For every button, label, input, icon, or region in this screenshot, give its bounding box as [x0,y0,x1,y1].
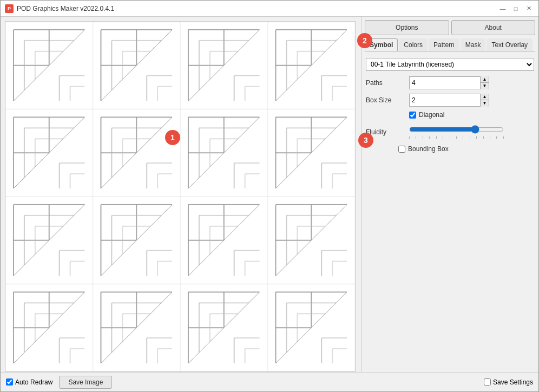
canvas-area: 1 [1,17,361,372]
badge-1: 1 [165,130,180,145]
close-button[interactable]: ✕ [523,4,534,13]
tick [429,136,430,139]
fluidity-slider-wrapper [409,125,504,139]
box-size-row: Box Size ▲ ▼ [366,94,534,107]
tick [416,136,416,139]
box-size-label: Box Size [366,96,409,104]
bounding-box-label[interactable]: Bounding Box [408,145,449,153]
app-window: P POD Graphics Maker v2022.0.4.1 — □ ✕ [0,0,539,392]
title-bar-left: P POD Graphics Maker v2022.0.4.1 [5,4,114,13]
tick [490,136,490,139]
paths-input[interactable] [410,77,480,89]
diagonal-label[interactable]: Diagonal [419,111,444,119]
pattern-canvas [5,22,355,371]
paths-row: Paths ▲ ▼ [366,76,534,89]
tick [436,136,437,139]
fluidity-row: Fluidity [366,125,534,139]
diagonal-checkbox[interactable] [409,112,416,119]
canvas-container: 1 [5,21,356,372]
title-bar: P POD Graphics Maker v2022.0.4.1 — □ ✕ [1,1,538,17]
auto-redraw-label[interactable]: Auto Redraw [15,378,52,386]
main-content: 1 Options About Symbol Colors [1,17,538,372]
badge-3: 3 [358,133,373,148]
tabs: Symbol Colors Pattern Mask Text Overlay [365,38,535,51]
tick [483,136,484,139]
box-size-up-button[interactable]: ▲ [480,94,489,100]
tab-text-overlay[interactable]: Text Overlay [487,38,533,51]
tick [423,136,423,139]
tab-mask[interactable]: Mask [461,38,486,51]
tick [409,136,410,139]
svg-rect-26 [5,22,355,371]
pattern-dropdown-row: 00-1 Tile Labyrinth (licensed) [366,58,534,71]
box-size-spinner-buttons: ▲ ▼ [480,94,489,107]
save-settings-checkbox[interactable] [484,378,491,386]
paths-spinner: ▲ ▼ [409,76,489,89]
maximize-button[interactable]: □ [510,4,521,13]
bounding-box-row: Bounding Box [366,145,534,153]
box-size-down-button[interactable]: ▼ [480,100,489,107]
fluidity-section: Fluidity [366,125,534,139]
fluidity-slider[interactable] [409,125,504,134]
tick [443,136,443,139]
box-size-input[interactable] [410,94,480,106]
diagonal-row: Diagonal [366,111,534,119]
save-image-button[interactable]: Save Image [59,376,112,389]
box-size-spinner: ▲ ▼ [409,94,489,107]
auto-redraw-checkbox[interactable] [6,378,13,386]
app-icon: P [5,4,14,13]
symbol-panel: 00-1 Tile Labyrinth (licensed) Paths ▲ ▼ [365,56,535,369]
tick [503,136,504,139]
tick [470,136,470,139]
save-settings-label[interactable]: Save Settings [493,378,533,386]
paths-up-button[interactable]: ▲ [480,76,489,83]
tick [463,136,463,139]
paths-down-button[interactable]: ▼ [480,83,489,89]
tick [476,136,477,139]
tab-pattern[interactable]: Pattern [429,38,459,51]
badge-2: 2 [357,33,372,48]
window-title: POD Graphics Maker v2022.0.4.1 [17,5,114,12]
auto-redraw-container: Auto Redraw [6,378,52,386]
window-controls: — □ ✕ [497,4,534,13]
tab-colors[interactable]: Colors [399,38,428,51]
minimize-button[interactable]: — [497,4,508,13]
options-button[interactable]: Options [365,20,449,35]
paths-label: Paths [366,79,409,87]
about-button[interactable]: About [451,20,536,35]
fluidity-label: Fluidity [366,128,409,136]
pattern-dropdown[interactable]: 00-1 Tile Labyrinth (licensed) [366,58,534,71]
save-settings-container: Save Settings [484,378,533,386]
paths-spinner-buttons: ▲ ▼ [480,76,489,89]
fluidity-tick-row [409,136,504,139]
top-buttons: Options About [365,20,535,35]
tick [450,136,450,139]
tick [496,136,497,139]
bottom-bar: Auto Redraw Save Image Save Settings [1,372,538,391]
bounding-box-checkbox[interactable] [398,146,405,153]
tick [456,136,457,139]
right-panel: Options About Symbol Colors Pattern [361,17,538,372]
